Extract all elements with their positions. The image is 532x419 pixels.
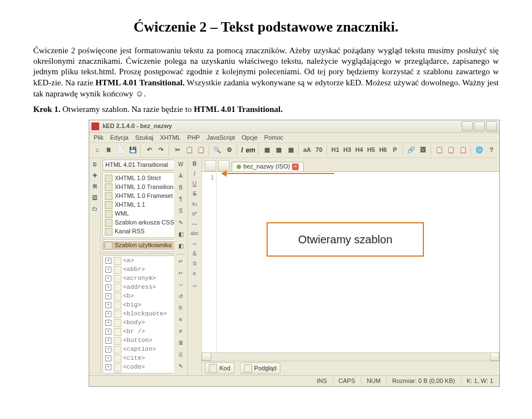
tb-clip2-icon[interactable]: 📋 — [446, 144, 457, 156]
tag-big[interactable]: +<big> — [103, 301, 180, 310]
menu-szukaj[interactable]: Szukaj — [135, 135, 154, 141]
tab-open-icon[interactable] — [218, 160, 229, 171]
mida-pen2-icon[interactable]: ✎ — [175, 361, 186, 372]
rail-doc-icon[interactable]: 🗎 — [89, 159, 100, 170]
mida-a[interactable]: A — [175, 171, 186, 182]
midb-sup[interactable]: x² — [190, 209, 200, 219]
midb-num[interactable]: ① — [190, 259, 200, 269]
window-maximize-button[interactable] — [474, 121, 485, 131]
view-kod-button[interactable]: Kod — [205, 362, 234, 374]
template-dropdown[interactable]: HTML 4.01 Transitional ▾ — [103, 160, 181, 171]
midb-hr[interactable]: — — [190, 219, 200, 229]
tag-col[interactable]: +<col> — [103, 372, 180, 374]
tag-address[interactable]: +<address> — [103, 283, 180, 292]
mida-ret1-icon[interactable]: ↵ — [175, 256, 186, 267]
tb-redo-icon[interactable]: ↷ — [155, 144, 167, 156]
tb-link-icon[interactable]: 🔗 — [406, 144, 417, 156]
tb-h3-icon[interactable]: H3 — [341, 144, 353, 156]
mida-s[interactable]: S — [175, 206, 186, 217]
editor-tab[interactable]: bez_nazwy (ISO) × — [232, 162, 304, 171]
mida-hline-icon[interactable]: ↔ — [175, 279, 186, 290]
mida-ret2-icon[interactable]: ↵ — [175, 268, 186, 279]
rail-folder-icon[interactable]: 🗀 — [89, 203, 100, 214]
menu-php[interactable]: PHP — [187, 135, 200, 141]
mida-lines1-icon[interactable]: ≡ — [175, 314, 186, 325]
tb-open-icon[interactable]: 📄 — [115, 144, 127, 156]
tmpl-wml[interactable]: WML — [103, 209, 180, 218]
editor-hscroll[interactable] — [202, 352, 499, 361]
tb-h4-icon[interactable]: H4 — [354, 144, 365, 156]
tmpl-xhtml11[interactable]: XHTML 1.1 — [103, 201, 180, 209]
code-editor[interactable]: 1 Otwieramy szablon — [202, 172, 499, 352]
mida-para[interactable]: ¶ — [175, 194, 186, 205]
tb-save-icon[interactable]: 💾 — [127, 144, 139, 156]
tb-home-icon[interactable]: ⌂ — [91, 144, 103, 156]
tmpl-xhtml10-frameset[interactable]: XHTML 1.0 Frameset — [103, 192, 180, 201]
tag-acronym[interactable]: +<acronym> — [103, 274, 180, 283]
tag-a[interactable]: +<a> — [103, 257, 180, 265]
tb-layout2-icon[interactable]: ▦ — [273, 144, 285, 156]
mida-reload-icon[interactable]: ↺ — [175, 291, 186, 302]
rail-tool-icon[interactable]: 🛠 — [89, 181, 100, 192]
view-podglad-button[interactable]: Podgląd — [240, 362, 280, 374]
tb-find-icon[interactable]: 🔍 — [212, 144, 223, 156]
mida-dup-icon[interactable]: ⎘ — [175, 303, 186, 314]
menu-opcje[interactable]: Opcje — [242, 135, 258, 141]
tb-em-label[interactable]: em — [244, 147, 256, 154]
hscroll-left-icon[interactable] — [202, 352, 211, 361]
menu-pomoc[interactable]: Pomoc — [264, 135, 283, 141]
rail-image-icon[interactable]: 🖼 — [89, 192, 100, 203]
tb-new-icon[interactable]: 🗎 — [104, 144, 115, 156]
mida-w[interactable]: W — [175, 159, 186, 170]
window-close-button[interactable] — [486, 121, 497, 131]
tab-close-icon[interactable]: × — [292, 163, 299, 170]
mida-pen-icon[interactable]: ✎ — [175, 217, 186, 228]
tb-paste-icon[interactable]: 📋 — [196, 144, 207, 156]
tab-new-icon[interactable] — [205, 160, 216, 171]
tb-image-icon[interactable]: 🖼 — [417, 144, 429, 156]
tb-italic-label[interactable]: I — [240, 147, 244, 154]
mida-print-icon[interactable]: ⎙ — [175, 349, 186, 360]
midb-strike[interactable]: S — [190, 189, 200, 199]
midb-italic[interactable]: I — [190, 169, 200, 179]
midb-bold[interactable]: B — [190, 159, 200, 169]
midb-sub[interactable]: x₂ — [190, 199, 200, 209]
hscroll-right-icon[interactable] — [490, 352, 499, 361]
tb-layout3-icon[interactable]: ▦ — [285, 144, 297, 156]
tmpl-xhtml10-strict[interactable]: XHTML 1.0 Strict — [103, 174, 180, 183]
tag-body[interactable]: +<body> — [103, 319, 180, 328]
tmpl-user[interactable]: Szablon użytkownika — [103, 241, 180, 250]
menu-javascript[interactable]: JavaScript — [207, 135, 235, 141]
tb-settings-icon[interactable]: ⚙ — [224, 144, 236, 156]
tb-70-icon[interactable]: 70 — [313, 144, 325, 156]
tb-help-icon[interactable]: ? — [486, 144, 498, 156]
tmpl-xhtml10-transitional[interactable]: XHTML 1.0 Transitional — [103, 183, 180, 192]
tag-button[interactable]: +<button> — [103, 336, 180, 345]
mida-box2-icon[interactable]: ◧ — [175, 241, 186, 252]
tb-web-icon[interactable]: 🌐 — [474, 144, 485, 156]
mida-box1-icon[interactable]: ◧ — [175, 229, 186, 240]
midb-list-icon[interactable]: ≡ — [190, 269, 200, 279]
tb-clip3-icon[interactable]: 📋 — [458, 144, 469, 156]
tag-caption[interactable]: +<caption> — [103, 345, 180, 354]
midb-tag-icon[interactable]: ‹› — [190, 239, 200, 249]
tb-h1-icon[interactable]: H1 — [330, 144, 341, 156]
midb-space-icon[interactable]: ␣ — [190, 279, 200, 289]
tmpl-rss[interactable]: Kanał RSS — [103, 227, 180, 236]
tb-h6-icon[interactable]: H6 — [377, 144, 389, 156]
tag-cite[interactable]: +<cite> — [103, 354, 180, 363]
menu-edycja[interactable]: Edycja — [110, 135, 129, 141]
window-minimize-button[interactable] — [462, 121, 473, 131]
tag-br[interactable]: +<br /> — [103, 328, 180, 336]
midb-underline[interactable]: U — [190, 179, 200, 189]
tb-undo-icon[interactable]: ↶ — [144, 144, 155, 156]
rail-add-icon[interactable]: ✚ — [89, 170, 100, 181]
midb-abc[interactable]: abc — [190, 229, 200, 239]
tb-case-icon[interactable]: aA — [301, 144, 313, 156]
tmpl-css[interactable]: Szablon arkusza CSS — [103, 218, 180, 227]
tag-blockquote[interactable]: +<blockquote> — [103, 310, 180, 319]
tag-code[interactable]: +<code> — [103, 363, 180, 372]
tag-b[interactable]: +<b> — [103, 292, 180, 301]
tb-cut-icon[interactable]: ✂ — [172, 144, 183, 156]
midb-amp[interactable]: & — [190, 249, 200, 259]
